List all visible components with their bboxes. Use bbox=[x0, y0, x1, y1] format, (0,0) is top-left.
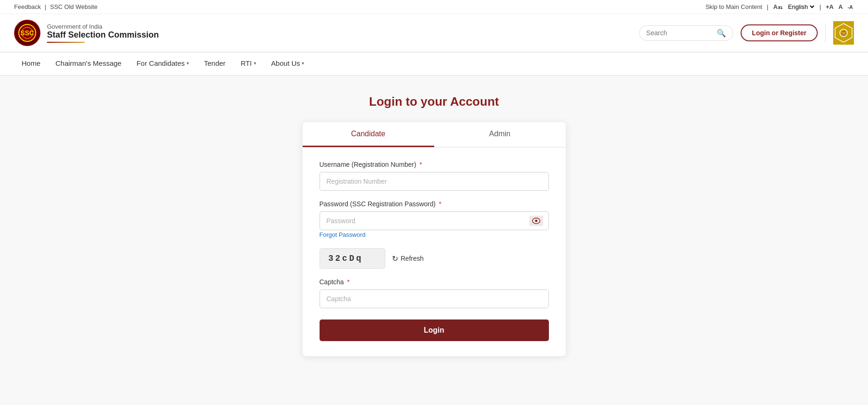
utility-bar: Feedback | SSC Old Website Skip to Main … bbox=[0, 0, 868, 14]
search-box: 🔍 bbox=[639, 25, 733, 41]
captcha-group: Captcha * bbox=[320, 278, 549, 308]
utility-left: Feedback | SSC Old Website bbox=[14, 3, 97, 10]
refresh-captcha-button[interactable]: ↻ Refresh bbox=[392, 254, 424, 263]
rti-chevron-icon: ▾ bbox=[254, 61, 256, 66]
nav-tender[interactable]: Tender bbox=[196, 53, 233, 75]
captcha-display: 32cDq bbox=[320, 248, 385, 269]
nav-chairmans-message[interactable]: Chairman's Message bbox=[48, 53, 129, 75]
header-right: 🔍 Login or Register 🦁 bbox=[639, 21, 854, 45]
font-small-btn[interactable]: -A bbox=[847, 4, 853, 10]
nav-home[interactable]: Home bbox=[14, 53, 48, 75]
logo-text: Government of India Staff Selection Comm… bbox=[47, 23, 159, 43]
ashoka-emblem: 🦁 bbox=[833, 21, 854, 45]
main-navbar: Home Chairman's Message For Candidates ▾… bbox=[0, 53, 868, 76]
password-input[interactable] bbox=[320, 211, 549, 230]
captcha-row: 32cDq ↻ Refresh bbox=[320, 248, 549, 269]
main-content: Login to your Account Candidate Admin Us… bbox=[0, 76, 868, 375]
font-large-btn[interactable]: +A bbox=[826, 3, 834, 10]
svg-point-8 bbox=[535, 220, 537, 222]
skip-to-main[interactable]: Skip to Main Content bbox=[705, 3, 762, 10]
feedback-link[interactable]: Feedback bbox=[14, 3, 41, 10]
username-required: * bbox=[420, 161, 422, 168]
svg-text:SSC: SSC bbox=[21, 29, 34, 37]
utility-right: Skip to Main Content | A₃₁ English Hindi… bbox=[704, 3, 854, 11]
nav-for-candidates[interactable]: For Candidates ▾ bbox=[129, 53, 196, 75]
sep2: | bbox=[767, 3, 768, 10]
toggle-password-button[interactable] bbox=[529, 216, 543, 226]
nav-about-us[interactable]: About Us ▾ bbox=[264, 53, 312, 75]
password-group: Password (SSC Registration Password) * F… bbox=[320, 200, 549, 239]
tab-candidate[interactable]: Candidate bbox=[303, 122, 434, 147]
font-medium-btn[interactable]: A bbox=[838, 3, 843, 10]
login-card: Candidate Admin Username (Registration N… bbox=[303, 122, 566, 356]
font-hindi: A₃₁ bbox=[773, 3, 782, 10]
login-button[interactable]: Login bbox=[320, 319, 549, 341]
header-divider bbox=[825, 23, 826, 42]
captcha-required: * bbox=[347, 278, 350, 286]
language-select[interactable]: English Hindi bbox=[786, 3, 816, 11]
org-name: Staff Selection Commission bbox=[47, 30, 159, 40]
username-group: Username (Registration Number) * bbox=[320, 161, 549, 191]
about-chevron-icon: ▾ bbox=[302, 61, 304, 66]
captcha-input[interactable] bbox=[320, 289, 549, 308]
login-tabs: Candidate Admin bbox=[303, 122, 566, 148]
search-icon[interactable]: 🔍 bbox=[717, 29, 726, 38]
password-label: Password (SSC Registration Password) * bbox=[320, 200, 549, 208]
forgot-password-link[interactable]: Forgot Password bbox=[320, 231, 366, 238]
sep3: | bbox=[820, 3, 821, 10]
refresh-label: Refresh bbox=[401, 255, 424, 262]
password-wrapper bbox=[320, 211, 549, 230]
search-input[interactable] bbox=[646, 29, 713, 37]
site-header: SSC Government of India Staff Selection … bbox=[0, 14, 868, 53]
refresh-icon: ↻ bbox=[392, 254, 398, 263]
logo-area: SSC Government of India Staff Selection … bbox=[14, 20, 159, 46]
nav-rti[interactable]: RTI ▾ bbox=[233, 53, 264, 75]
username-label: Username (Registration Number) * bbox=[320, 161, 549, 168]
svg-text:🦁: 🦁 bbox=[841, 31, 847, 36]
old-website-link[interactable]: SSC Old Website bbox=[50, 3, 97, 10]
logo-divider bbox=[47, 42, 85, 43]
username-input[interactable] bbox=[320, 172, 549, 191]
logo-emblem: SSC bbox=[14, 20, 40, 46]
candidates-chevron-icon: ▾ bbox=[187, 61, 189, 66]
page-title: Login to your Account bbox=[369, 94, 499, 109]
login-form: Username (Registration Number) * Passwor… bbox=[303, 148, 566, 356]
sep1: | bbox=[45, 3, 46, 10]
login-register-button[interactable]: Login or Register bbox=[741, 24, 818, 41]
password-required: * bbox=[439, 200, 441, 208]
gov-name: Government of India bbox=[47, 23, 159, 30]
captcha-label: Captcha * bbox=[320, 278, 549, 286]
tab-admin[interactable]: Admin bbox=[434, 122, 566, 147]
